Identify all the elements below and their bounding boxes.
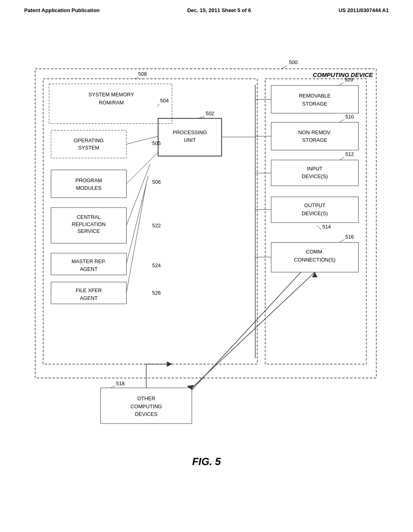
- comm-to-other-line: [192, 272, 301, 390]
- ref-506: 506: [152, 179, 161, 185]
- figure-caption: FIG. 5: [192, 456, 221, 467]
- processing-unit-text-1: PROCESSING: [173, 129, 207, 135]
- ref-504-line: [157, 104, 159, 106]
- ref-504: 504: [160, 98, 169, 104]
- ref-514-line: [317, 225, 321, 229]
- comm-text-1: COMM.: [306, 249, 323, 255]
- ref-512-line: [339, 157, 344, 160]
- output-devices-text-2: DEVICE(S): [302, 210, 328, 216]
- ref-508: 508: [138, 71, 147, 77]
- processing-unit-text-2: UNIT: [184, 137, 196, 143]
- input-devices-text-1: INPUT: [307, 166, 322, 172]
- comm-text-2: CONNECTION(S): [294, 257, 336, 263]
- ref-509: 509: [344, 77, 353, 83]
- ref-524: 524: [152, 262, 161, 268]
- ref-510-line: [339, 120, 344, 123]
- ref-509-line: [338, 83, 343, 85]
- ref-522: 522: [152, 222, 161, 229]
- header-right: US 2011/0307444 A1: [338, 7, 389, 13]
- central-rep-text-2: REPLICATION: [72, 221, 106, 227]
- ref-516-line: [339, 240, 344, 243]
- diagram-svg: 500 COMPUTING DEVICE 508 SYSTEM MEMORY R…: [0, 17, 413, 493]
- removable-storage-text-2: STORAGE: [302, 101, 327, 107]
- arrow-right-head: [167, 362, 172, 367]
- other-computing-text-3: DEVICES: [135, 411, 158, 417]
- other-to-comm-line: [192, 272, 315, 388]
- os-box: [51, 130, 127, 158]
- output-devices-box: [271, 197, 358, 222]
- ref-514: 514: [322, 224, 331, 230]
- arrow-up-head: [312, 272, 318, 277]
- other-computing-text-1: OTHER: [137, 395, 155, 401]
- ref-518: 518: [116, 380, 125, 387]
- file-xfer-text-1: FILE XFER: [76, 287, 102, 293]
- system-memory-text: SYSTEM MEMORY: [88, 91, 134, 98]
- input-devices-text-2: DEVICE(S): [302, 173, 328, 179]
- non-removable-text-1: NON-REMOV.: [298, 129, 332, 135]
- diagram-area: 500 COMPUTING DEVICE 508 SYSTEM MEMORY R…: [0, 17, 413, 493]
- ref-510: 510: [345, 114, 354, 120]
- header-left: Patent Application Publication: [24, 7, 100, 13]
- ref-505: 505: [152, 140, 161, 146]
- program-modules-text-2: MODULES: [76, 185, 101, 191]
- os-text-1: OPERATING: [74, 137, 104, 143]
- ref-500: 500: [289, 59, 298, 65]
- master-rep-text-1: MASTER REP.: [72, 258, 106, 264]
- patent-header: Patent Application Publication Dec. 15, …: [0, 0, 413, 17]
- non-removable-text-2: STORAGE: [302, 137, 327, 143]
- central-rep-text-1: CENTRAL: [77, 214, 101, 220]
- output-devices-text-1: OUTPUT: [304, 202, 325, 208]
- ref-516: 516: [345, 234, 354, 240]
- header-middle: Dec. 15, 2011 Sheet 5 of 6: [187, 7, 251, 13]
- ref-518-line: [111, 386, 115, 388]
- ref-512: 512: [345, 151, 354, 157]
- other-computing-text-2: COMPUTING: [131, 403, 162, 409]
- non-removable-storage-box: [271, 123, 358, 150]
- program-modules-box: [51, 170, 127, 198]
- ref-500-line: [281, 66, 287, 69]
- file-xfer-text-2: AGENT: [80, 295, 98, 301]
- computing-device-label: COMPUTING DEVICE: [313, 72, 373, 78]
- os-text-2: SYSTEM: [78, 145, 100, 151]
- central-rep-text-3: SERVICE: [77, 228, 100, 234]
- ref-502: 502: [206, 110, 214, 116]
- program-modules-text-1: PROGRAM: [75, 177, 102, 183]
- master-rep-text-2: AGENT: [80, 266, 98, 272]
- removable-storage-text-1: REMOVABLE: [299, 93, 331, 99]
- right-column-box: [265, 79, 367, 364]
- ref-526: 526: [152, 290, 161, 296]
- removable-storage-box: [271, 85, 358, 113]
- mra-to-cpu-line: [126, 176, 148, 264]
- rom-ram-text: ROM/RAM: [99, 100, 124, 106]
